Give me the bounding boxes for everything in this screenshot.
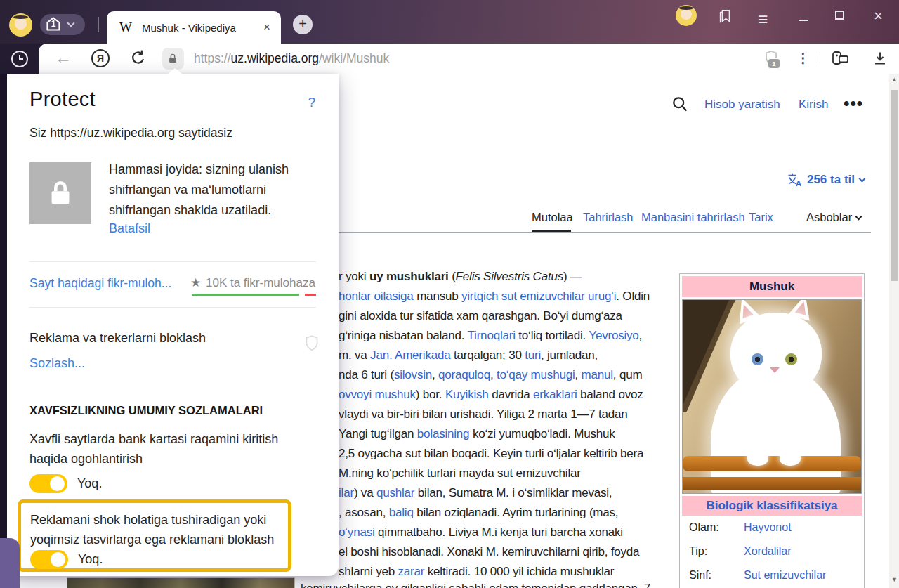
tab-close-icon[interactable]: × — [263, 20, 270, 34]
bank-warning-state: Yoq. — [77, 476, 102, 491]
new-tab-button[interactable]: + — [293, 15, 313, 34]
article-link[interactable]: bolasining — [417, 427, 470, 440]
article-link[interactable]: honlar oilasiga — [339, 289, 414, 303]
chevron-down-icon — [859, 175, 866, 182]
extensions-keyfob-icon[interactable] — [831, 49, 851, 67]
article-link[interactable]: yirtqich sut emizuvchilar urugʻi — [461, 289, 616, 303]
article-text: gini aloxida tur sifatida xam qarashgan.… — [339, 309, 622, 322]
article-text: , qum — [613, 368, 643, 381]
menu-icon[interactable]: ≡ — [758, 9, 768, 30]
history-clock-icon[interactable] — [10, 49, 29, 69]
site-lock-button[interactable] — [162, 48, 184, 70]
address-menu-icon[interactable]: ⋮ — [796, 50, 810, 66]
help-link[interactable]: ? — [308, 95, 315, 110]
details-link[interactable]: Batafsil — [109, 221, 150, 236]
profile-avatar[interactable] — [9, 13, 32, 37]
adblock-settings-link[interactable]: Sozlash... — [29, 356, 85, 371]
article-link[interactable]: ilar — [339, 486, 354, 499]
download-icon[interactable] — [872, 50, 888, 67]
url-host: uz.wikipedia.org — [231, 51, 319, 65]
infobox-title: Mushuk — [682, 276, 862, 297]
tab-group-button[interactable]: 1 — [40, 14, 85, 35]
article-link[interactable]: qushlar — [376, 486, 414, 499]
minimize-icon[interactable] — [799, 20, 808, 21]
profile-avatar-right[interactable] — [676, 5, 697, 26]
shock-ads-toggle[interactable] — [30, 550, 68, 569]
back-icon[interactable]: ← — [55, 48, 72, 67]
article-link[interactable]: erkaklari — [533, 388, 577, 401]
panel-pointer — [168, 68, 182, 74]
tab-history[interactable]: Tarix — [749, 211, 773, 224]
article-text: kemiruvchilarga ov qilganligi sababli od… — [301, 582, 650, 588]
article-link[interactable]: turi — [525, 348, 541, 362]
article-link[interactable]: qoraquloq — [438, 368, 490, 381]
article-text: gʻriniga nisbatan baland. — [339, 329, 468, 342]
cat-photo[interactable] — [682, 299, 862, 494]
scrollbar-down-icon[interactable]: ▼ — [891, 576, 898, 583]
article-link[interactable]: toʻqay mushugi — [497, 368, 575, 381]
article-link[interactable]: silovsin — [394, 368, 432, 381]
refresh-icon[interactable] — [129, 49, 147, 67]
tab-tools-label: Asboblar — [806, 211, 852, 224]
language-selector[interactable]: A 256 ta til — [787, 172, 865, 188]
article-text: , — [575, 368, 581, 381]
tab-edit-source[interactable]: Manbasini tahrirlash — [641, 211, 745, 224]
article-text: baland ovoz — [577, 388, 643, 401]
article-text: M.ning koʻpchilik turlari mayda sut emiz… — [339, 466, 581, 480]
article-link[interactable]: ovvoyi mushuk — [339, 388, 416, 401]
article-link[interactable]: oʻynasi — [339, 525, 375, 539]
site-status-line: Siz https://uz.wikipedia.org saytidasiz — [29, 126, 232, 141]
bookmarks-icon[interactable] — [718, 8, 733, 24]
tab-count-icon: 1 — [45, 16, 62, 33]
article-line: , asosan, baliq bilan oziqlanadi. Ayrim … — [339, 503, 669, 523]
article-link[interactable]: Yevrosiyo — [589, 329, 638, 342]
article-text: r yoki — [339, 270, 369, 283]
login-link[interactable]: Kirish — [799, 98, 829, 112]
article-text: ) va — [354, 486, 376, 499]
tab-tools[interactable]: Asboblar — [806, 211, 861, 224]
connection-status-text: Hammasi joyida: sizning ulanish shifrlan… — [109, 159, 330, 221]
infobox-row-label: Tip: — [682, 545, 744, 558]
bank-warning-toggle[interactable] — [29, 474, 67, 493]
article-link[interactable]: manul — [582, 368, 613, 381]
site-feedback-link[interactable]: Sayt haqidagi fikr-muloh... — [29, 276, 171, 291]
tab-edit[interactable]: Tahrirlash — [583, 211, 634, 224]
scrollbar-up-icon[interactable]: ▲ — [891, 76, 898, 83]
maximize-icon[interactable] — [835, 11, 844, 20]
search-icon[interactable] — [671, 95, 690, 114]
article-link[interactable]: baliq — [389, 506, 414, 519]
wikipedia-favicon: W — [119, 20, 132, 35]
tab-read[interactable]: Mutolaa — [532, 211, 573, 224]
adblock-section-title: Reklama va trekerlarni bloklash — [29, 331, 206, 346]
yandex-home-icon[interactable]: Я — [91, 49, 110, 67]
infobox-row-link[interactable]: Hayvonot — [744, 521, 792, 534]
feedback-count[interactable]: 10K ta fikr-mulohaza — [206, 276, 315, 290]
article-line: ovvoyi mushuk) bor. Kuyikish davrida erk… — [339, 385, 669, 405]
article-text: qimmatbaho. Liviya M.i kenja turi barcha… — [375, 525, 623, 539]
scrollbar-thumb[interactable] — [891, 90, 898, 281]
close-window-icon[interactable]: × — [874, 7, 883, 25]
article-lines: r yoki uy mushuklari (Felis Silvestris C… — [339, 267, 669, 582]
article-link[interactable]: Kuyikish — [445, 388, 489, 401]
infobox-row-label: Sinf: — [682, 569, 744, 582]
article-text: , jumladan, — [541, 348, 598, 362]
infobox-row-link[interactable]: Sut emizuvchilar — [744, 569, 826, 582]
create-account-link[interactable]: Hisob yaratish — [704, 98, 780, 112]
url-field[interactable]: https://uz.wikipedia.org/wiki/Mushuk — [194, 51, 389, 66]
article-link[interactable]: Tirnoqlari — [468, 329, 516, 342]
article-line: vlaydi va bir-biri bilan urishadi. Yilig… — [339, 405, 669, 424]
article-line: kemiruvchilarga ov qilganligi sababli od… — [301, 579, 650, 588]
browser-tab[interactable]: W Mushuk - Vikipediya × — [107, 11, 281, 44]
article-link[interactable]: zarar — [398, 565, 425, 578]
article-link[interactable]: Jan. Amerikada — [370, 348, 450, 362]
infobox-row: Olam: Hayvonot — [682, 516, 862, 540]
chevron-down-icon — [855, 213, 862, 220]
kitten-paw — [747, 450, 768, 466]
article-bottom-line: kemiruvchilarga ov qilganligi sababli od… — [301, 579, 650, 588]
more-options-icon[interactable]: ••• — [844, 93, 863, 113]
article-text: keltiradi. 10 000 yil ichida mushuklar — [424, 565, 614, 578]
article-thumbnail-partial[interactable] — [67, 577, 295, 588]
chevron-down-icon[interactable] — [67, 19, 74, 27]
star-icon: ★ — [190, 275, 201, 290]
infobox-row-link[interactable]: Xordalilar — [744, 545, 792, 558]
